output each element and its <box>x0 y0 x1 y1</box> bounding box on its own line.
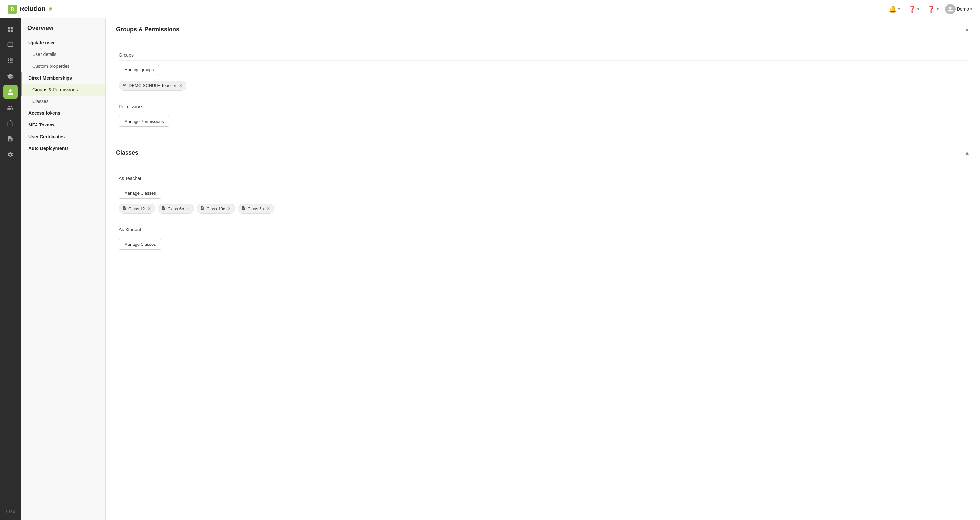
user-chevron: ▾ <box>970 7 972 11</box>
manage-permissions-button[interactable]: Manage Permissions <box>119 116 169 127</box>
nav-item-mfa-tokens[interactable]: MFA Tokens <box>21 119 105 131</box>
version-label: 5.16.0 <box>6 510 15 516</box>
help1-icon: ❓ <box>908 5 916 13</box>
help1-button[interactable]: ❓ ▾ <box>907 4 921 14</box>
class-tag-10c-label: Class 10c <box>206 207 225 211</box>
nav-item-auto-deployments[interactable]: Auto Deployments <box>21 143 105 154</box>
teacher-class-tags-list: Class 12 ✕ Class 6b ✕ Clas <box>119 204 967 213</box>
bell-chevron: ▾ <box>898 7 900 11</box>
groups-permissions-chevron-icon: ▲ <box>964 27 970 33</box>
sidebar-icon-certs[interactable] <box>3 132 18 146</box>
class-tag-12-icon <box>122 206 126 211</box>
sidebar-icon-devices[interactable] <box>3 38 18 52</box>
topbar-right: 🔔 ▾ ❓ ▾ ❓ ▾ Demo ▾ <box>888 4 972 14</box>
class-tag-12: Class 12 ✕ <box>119 204 155 213</box>
nav-item-user-certificates[interactable]: User Certificates <box>21 131 105 143</box>
group-tag-close[interactable]: ✕ <box>178 83 183 88</box>
nav-item-user-details[interactable]: User details <box>21 49 105 60</box>
as-student-label: As Student <box>119 227 967 235</box>
class-tag-12-close[interactable]: ✕ <box>147 207 151 211</box>
class-tag-10c-close[interactable]: ✕ <box>227 207 231 211</box>
sidebar-icon-groups[interactable] <box>3 100 18 115</box>
sidebar-icon-classes[interactable] <box>3 69 18 83</box>
nav-item-custom-properties[interactable]: Custom properties <box>21 60 105 72</box>
username-label: Demo <box>957 6 969 12</box>
main-layout: 5.16.0 Overview Update user User details… <box>0 18 980 520</box>
class-tag-6b-label: Class 6b <box>167 207 184 211</box>
class-tag-5a-label: Class 5a <box>247 207 264 211</box>
classes-chevron-icon: ▲ <box>964 150 970 156</box>
groups-label: Groups <box>119 52 967 60</box>
nav-sidebar: Overview Update user User details Custom… <box>21 18 106 520</box>
manage-classes-student-button[interactable]: Manage Classes <box>119 239 161 250</box>
notifications-button[interactable]: 🔔 ▾ <box>888 4 901 14</box>
class-tag-6b-icon <box>161 206 165 211</box>
group-tag-icon <box>122 83 127 88</box>
app-logo: R Relution <box>8 5 53 14</box>
app-name: Relution <box>19 5 46 13</box>
help2-icon: ❓ <box>927 5 935 13</box>
icon-sidebar: 5.16.0 <box>0 18 21 520</box>
manage-groups-button[interactable]: Manage groups <box>119 65 159 75</box>
permissions-label: Permissions <box>119 104 967 112</box>
sidebar-icon-store[interactable] <box>3 116 18 130</box>
bell-icon: 🔔 <box>889 5 897 13</box>
nav-item-classes[interactable]: Classes <box>21 95 105 107</box>
class-tag-10c-icon <box>200 206 204 211</box>
groups-permissions-header[interactable]: Groups & Permissions ▲ <box>106 18 980 41</box>
class-tag-5a: Class 5a ✕ <box>238 204 274 213</box>
class-tag-6b: Class 6b ✕ <box>158 204 194 213</box>
class-tag-10c: Class 10c ✕ <box>197 204 235 213</box>
as-teacher-label: As Teacher <box>119 176 967 184</box>
main-content: Groups & Permissions ▲ Groups Manage gro… <box>106 18 980 520</box>
avatar <box>945 4 956 14</box>
nav-item-update-user[interactable]: Update user <box>21 37 105 49</box>
classes-title: Classes <box>116 149 138 156</box>
divider-1 <box>119 97 967 97</box>
class-tag-5a-icon <box>241 206 245 211</box>
help1-chevron: ▾ <box>917 7 920 11</box>
user-menu-button[interactable]: Demo ▾ <box>945 4 972 14</box>
nav-item-groups-permissions[interactable]: Groups & Permissions <box>21 84 105 95</box>
class-tag-5a-close[interactable]: ✕ <box>266 207 270 211</box>
group-tags-list: DEMO-SCHULE Teacher ✕ <box>119 81 967 91</box>
sidebar-icon-users[interactable] <box>3 85 18 99</box>
groups-permissions-title: Groups & Permissions <box>116 26 179 33</box>
logo-icon: R <box>8 5 17 14</box>
sidebar-icon-apps[interactable] <box>3 54 18 68</box>
classes-body: As Teacher Manage Classes Class 12 ✕ <box>106 164 980 264</box>
class-tag-6b-close[interactable]: ✕ <box>186 207 190 211</box>
nav-item-direct-memberships[interactable]: Direct Memberships <box>21 72 105 84</box>
topbar: R Relution 🔔 ▾ ❓ ▾ ❓ ▾ Demo ▾ <box>0 0 980 18</box>
manage-classes-teacher-button[interactable]: Manage Classes <box>119 188 161 199</box>
group-tag-demo-schule-teacher: DEMO-SCHULE Teacher ✕ <box>119 81 186 91</box>
classes-section: Classes ▲ As Teacher Manage Classes Clas… <box>106 142 980 264</box>
sidebar-icon-settings[interactable] <box>3 147 18 162</box>
logo-leaf-icon <box>48 7 53 11</box>
sidebar-icon-dashboard[interactable] <box>3 22 18 37</box>
help2-button[interactable]: ❓ ▾ <box>926 4 940 14</box>
nav-item-access-tokens[interactable]: Access tokens <box>21 107 105 119</box>
class-tag-12-label: Class 12 <box>129 207 145 211</box>
nav-sidebar-title: Overview <box>21 25 105 37</box>
help2-chevron: ▾ <box>937 7 939 11</box>
groups-permissions-body: Groups Manage groups DEMO-SCHULE Teacher… <box>106 41 980 141</box>
group-tag-label: DEMO-SCHULE Teacher <box>129 83 177 88</box>
classes-header[interactable]: Classes ▲ <box>106 142 980 164</box>
groups-permissions-section: Groups & Permissions ▲ Groups Manage gro… <box>106 18 980 142</box>
